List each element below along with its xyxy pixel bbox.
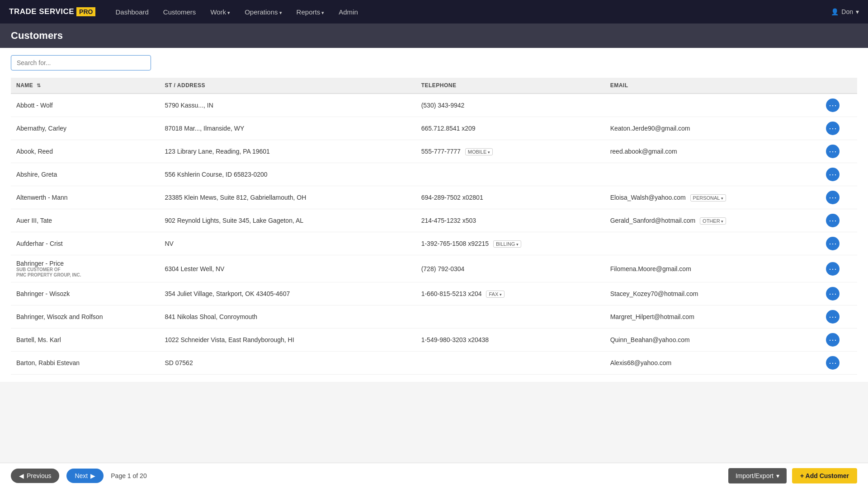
customer-action-cell: ⋯ xyxy=(821,352,857,375)
brand-name: TRADE SERVICE xyxy=(9,7,74,16)
customer-address: 5790 Kassu..., IN xyxy=(159,94,415,117)
email-type-badge[interactable]: PERSONAL xyxy=(690,194,726,202)
customer-email: Keaton.Jerde90@gmail.com xyxy=(605,117,821,140)
nav-customers[interactable]: Customers xyxy=(157,5,203,19)
table-row: Auer III, Tate 902 Reynold Lights, Suite… xyxy=(11,209,857,232)
email-type-badge[interactable]: OTHER xyxy=(700,217,726,225)
table-header: NAME ⇅ ST / ADDRESS TELEPHONE EMAIL xyxy=(11,78,857,94)
customer-name-cell: Abshire, Greta xyxy=(11,163,159,186)
customer-action-cell: ⋯ xyxy=(821,255,857,282)
customer-name: Barton, Rabbi Estevan xyxy=(16,359,80,366)
col-email: EMAIL xyxy=(605,78,821,94)
table-row: Bartell, Ms. Karl 1022 Schneider Vista, … xyxy=(11,328,857,352)
nav-dashboard[interactable]: Dashboard xyxy=(109,5,155,19)
customer-telephone: 1-660-815-5213 x204 FAX xyxy=(416,282,605,305)
customer-email xyxy=(605,232,821,255)
customer-address: NV xyxy=(159,232,415,255)
customer-name-cell: Abbott - Wolf xyxy=(11,94,159,117)
customer-name-cell: Abook, Reed xyxy=(11,140,159,163)
user-menu[interactable]: 👤 Don ▾ xyxy=(831,8,859,15)
customer-action-cell: ⋯ xyxy=(821,186,857,209)
table-row: Abshire, Greta 556 Kshlerin Course, ID 6… xyxy=(11,163,857,186)
table-row: Abernathy, Carley 87018 Mar..., Ilmansid… xyxy=(11,117,857,140)
brand-pro: PRO xyxy=(76,7,95,16)
navbar: TRADE SERVICE PRO Dashboard Customers Wo… xyxy=(0,0,868,23)
customer-action-cell: ⋯ xyxy=(821,117,857,140)
customer-email xyxy=(605,94,821,117)
search-bar xyxy=(11,55,857,70)
customer-address: 556 Kshlerin Course, ID 65823-0200 xyxy=(159,163,415,186)
col-address: ST / ADDRESS xyxy=(159,78,415,94)
customer-name: Bahringer - Wisozk xyxy=(16,290,70,297)
customer-action-cell: ⋯ xyxy=(821,305,857,328)
customer-name-cell: Bahringer - Wisozk xyxy=(11,282,159,305)
nav-work[interactable]: Work xyxy=(204,5,236,19)
table-row: Bahringer - Price SUB CUSTOMER OF PMC PR… xyxy=(11,255,857,282)
customer-action-button[interactable]: ⋯ xyxy=(826,168,840,181)
customer-telephone: 694-289-7502 x02801 xyxy=(416,186,605,209)
table-row: Bahringer - Wisozk 354 Juliet Village, S… xyxy=(11,282,857,305)
customer-email: Eloisa_Walsh@yahoo.com PERSONAL xyxy=(605,186,821,209)
table-row: Abook, Reed 123 Library Lane, Reading, P… xyxy=(11,140,857,163)
customer-action-button[interactable]: ⋯ xyxy=(826,145,840,158)
col-name[interactable]: NAME ⇅ xyxy=(11,78,159,94)
customer-telephone xyxy=(416,352,605,375)
customer-action-cell: ⋯ xyxy=(821,328,857,352)
customer-email: reed.abook@gmail.com xyxy=(605,140,821,163)
nav-operations[interactable]: Operations xyxy=(238,5,288,19)
customer-name: Abook, Reed xyxy=(16,148,53,155)
customer-telephone: 555-777-7777 MOBILE xyxy=(416,140,605,163)
customer-action-button[interactable]: ⋯ xyxy=(826,287,840,300)
customer-address: 841 Nikolas Shoal, Conroymouth xyxy=(159,305,415,328)
nav-links: Dashboard Customers Work Operations Repo… xyxy=(109,5,831,19)
customer-email: Stacey_Kozey70@hotmail.com xyxy=(605,282,821,305)
customer-email: Margret_Hilpert@hotmail.com xyxy=(605,305,821,328)
table-row: Abbott - Wolf 5790 Kassu..., IN (530) 34… xyxy=(11,94,857,117)
page-header: Customers xyxy=(0,23,868,48)
customer-action-button[interactable]: ⋯ xyxy=(826,99,840,112)
customer-action-button[interactable]: ⋯ xyxy=(826,214,840,227)
customer-address: 87018 Mar..., Ilmanside, WY xyxy=(159,117,415,140)
phone-type-badge[interactable]: FAX xyxy=(486,291,504,298)
nav-reports[interactable]: Reports xyxy=(290,5,331,19)
table-body: Abbott - Wolf 5790 Kassu..., IN (530) 34… xyxy=(11,94,857,375)
nav-admin[interactable]: Admin xyxy=(332,5,364,19)
customers-table: NAME ⇅ ST / ADDRESS TELEPHONE EMAIL Abbo… xyxy=(11,78,857,375)
customer-telephone: 665.712.8541 x209 xyxy=(416,117,605,140)
phone-type-badge[interactable]: BILLING xyxy=(493,240,521,248)
customer-action-button[interactable]: ⋯ xyxy=(826,237,840,250)
customer-action-cell: ⋯ xyxy=(821,94,857,117)
sub-customer-parent: PMC PROPERTY GROUP, INC. xyxy=(16,272,154,277)
col-telephone: TELEPHONE xyxy=(416,78,605,94)
customer-action-button[interactable]: ⋯ xyxy=(826,122,840,135)
customer-name: Bahringer, Wisozk and Rolfson xyxy=(16,313,103,320)
customer-action-button[interactable]: ⋯ xyxy=(826,191,840,204)
table-row: Barton, Rabbi Estevan SD 07562 Alexis68@… xyxy=(11,352,857,375)
customer-name: Aufderhar - Crist xyxy=(16,240,63,247)
customer-address: 6304 Lester Well, NV xyxy=(159,255,415,282)
customer-address: 1022 Schneider Vista, East Randyborough,… xyxy=(159,328,415,352)
brand: TRADE SERVICE PRO xyxy=(9,7,95,16)
customer-address: SD 07562 xyxy=(159,352,415,375)
customer-action-cell: ⋯ xyxy=(821,140,857,163)
customer-name: Abbott - Wolf xyxy=(16,102,53,109)
customer-name: Abernathy, Carley xyxy=(16,125,66,132)
customer-action-button[interactable]: ⋯ xyxy=(826,333,840,347)
customer-action-button[interactable]: ⋯ xyxy=(826,262,840,276)
customer-name-cell: Bahringer - Price SUB CUSTOMER OF PMC PR… xyxy=(11,255,159,282)
customer-email: Alexis68@yahoo.com xyxy=(605,352,821,375)
customer-name: Abshire, Greta xyxy=(16,171,57,178)
customer-name-cell: Bartell, Ms. Karl xyxy=(11,328,159,352)
phone-type-badge[interactable]: MOBILE xyxy=(465,148,493,155)
table-row: Bahringer, Wisozk and Rolfson 841 Nikola… xyxy=(11,305,857,328)
table-row: Aufderhar - Crist NV 1-392-765-1508 x922… xyxy=(11,232,857,255)
customer-name: Bahringer - Price xyxy=(16,260,154,267)
customer-action-button[interactable]: ⋯ xyxy=(826,356,840,370)
search-input[interactable] xyxy=(11,55,151,70)
customer-name-cell: Bahringer, Wisozk and Rolfson xyxy=(11,305,159,328)
customer-address: 23385 Klein Mews, Suite 812, Gabriellamo… xyxy=(159,186,415,209)
customer-action-cell: ⋯ xyxy=(821,232,857,255)
customer-name-cell: Altenwerth - Mann xyxy=(11,186,159,209)
customer-action-button[interactable]: ⋯ xyxy=(826,310,840,324)
customer-address: 123 Library Lane, Reading, PA 19601 xyxy=(159,140,415,163)
